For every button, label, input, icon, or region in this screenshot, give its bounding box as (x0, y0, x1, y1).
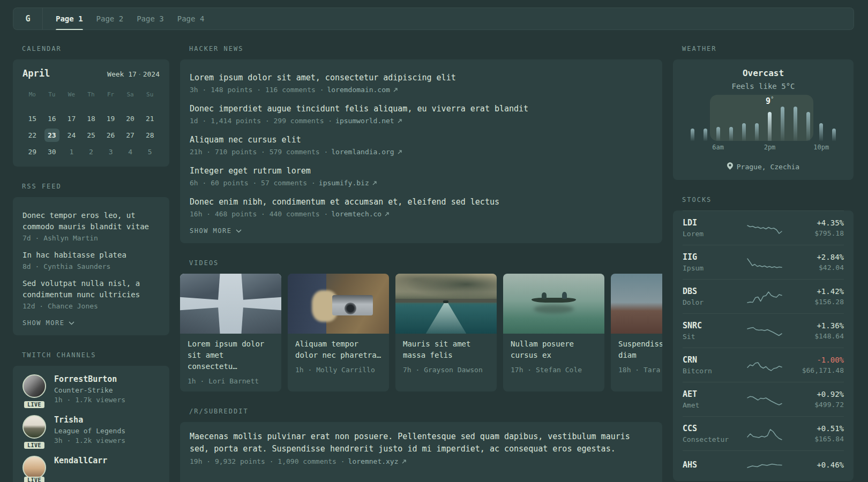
rss-item-title[interactable]: In hac habitasse platea (23, 250, 160, 261)
hackernews-section-title: HACKER NEWS (189, 45, 662, 52)
rss-card: Donec tempor eros leo, ut commodo mauris… (13, 197, 169, 335)
calendar-day: 19 (101, 110, 121, 127)
stock-values: +0.46% (797, 461, 844, 471)
twitch-channel-info: KendallCarr (54, 456, 107, 479)
calendar-day-number: 15 (25, 112, 40, 125)
video-card-body: Suspendisse diam 18h · Tara (611, 334, 662, 380)
hackernews-item-domain[interactable]: loremlandia.org (331, 148, 394, 156)
video-thumbnail[interactable] (503, 274, 604, 334)
hackernews-item-meta: 21h · 710 points · 579 comments · loreml… (190, 148, 653, 156)
twitch-channel[interactable]: LIVE Trisha League of Legends 3h · 1.2k … (23, 415, 160, 445)
calendar-day: 24 (62, 127, 81, 144)
hackernews-item-domain[interactable]: loremtech.co (331, 210, 381, 218)
page-tab[interactable]: Page 1 (56, 8, 83, 29)
video-card-body: Lorem ipsum dolor sit amet consectetu… 1… (180, 334, 281, 391)
video-title[interactable]: Suspendisse diam (618, 338, 662, 361)
stock-symbol: LDI (683, 218, 732, 228)
weather-bar-slot (789, 107, 802, 141)
subreddit-post-domain[interactable]: loremnet.xyz (348, 457, 399, 465)
rss-item-title[interactable]: Donec tempor eros leo, ut commodo mauris… (23, 210, 160, 232)
videos-section-title: VIDEOS (189, 259, 662, 267)
video-title[interactable]: Nullam posuere cursus ex (511, 338, 597, 361)
chevron-down-icon (69, 319, 74, 327)
calendar-week: Week 17·2024 (107, 70, 160, 78)
page-tab[interactable]: Page 2 (96, 8, 124, 29)
weather-bar (806, 112, 810, 141)
video-title[interactable]: Lorem ipsum dolor sit amet consectetu… (188, 338, 274, 372)
calendar-day: 27 (121, 127, 140, 144)
subreddit-post-meta: 19h · 9,932 points · 1,090 comments · lo… (190, 457, 653, 465)
stock-name: Dolor (683, 298, 732, 306)
stock-sparkline (746, 357, 783, 373)
video-card[interactable]: Nullam posuere cursus ex 17h · Stefan Co… (503, 274, 604, 391)
weather-bar (704, 129, 707, 141)
avatar[interactable] (23, 374, 46, 398)
twitch-channel[interactable]: LIVE ForrestBurton Counter-Strike 1h · 1… (23, 374, 160, 404)
subreddit-post-title[interactable]: Maecenas mollis pulvinar erat non posuer… (190, 431, 653, 455)
avatar[interactable] (23, 456, 46, 479)
stock-sparkline (746, 391, 783, 408)
app-logo[interactable]: G (13, 8, 43, 29)
page-tab-label: Page 2 (96, 14, 124, 23)
hackernews-item-title[interactable]: Integer eget rutrum lorem (190, 165, 653, 177)
rss-item[interactable]: In hac habitasse platea 8d · Cynthia Sau… (23, 250, 160, 270)
hackernews-show-more-label: SHOW MORE (190, 227, 232, 235)
hackernews-item-title[interactable]: Lorem ipsum dolor sit amet, consectetur … (190, 72, 653, 84)
dashboard-page: G Page 1 Page 2 Page 3 Page 4 (0, 0, 868, 482)
calendar-day: 21 (140, 110, 160, 127)
external-link-icon (402, 460, 406, 464)
twitch-channel-game: Counter-Strike (54, 386, 125, 394)
page-tab[interactable]: Page 3 (137, 8, 164, 29)
video-title[interactable]: Mauris sit amet massa felis (403, 338, 489, 361)
stocks-card: LDI Lorem +4.35% $795.18 (673, 210, 854, 481)
hackernews-show-more-button[interactable]: SHOW MORE (190, 227, 653, 235)
hackernews-item-domain[interactable]: loremdomain.com (327, 86, 390, 94)
hackernews-item-title[interactable]: Donec imperdiet augue tincidunt felis al… (190, 103, 653, 115)
calendar-day-number: 4 (123, 145, 138, 159)
weather-bar-slot: 10pm (815, 107, 828, 141)
hackernews-item-title[interactable]: Donec enim nibh, condimentum et accumsan… (190, 196, 653, 208)
rss-item-title[interactable]: Sed volutpat nulla nisl, a condimentum n… (23, 278, 160, 300)
video-thumbnail[interactable] (180, 274, 281, 334)
rss-section: RSS FEED Donec tempor eros leo, ut commo… (13, 183, 169, 335)
video-card[interactable]: Aliquam tempor dolor nec pharetra… 1h · … (288, 274, 389, 391)
calendar-header: April Week 17·2024 (23, 68, 160, 79)
video-thumbnail[interactable] (395, 274, 497, 334)
twitch-channel-name[interactable]: KendallCarr (54, 456, 107, 465)
stock-change: +1.36% (797, 321, 844, 330)
stock-name: Bitcorn (683, 367, 732, 375)
twitch-channel-name[interactable]: ForrestBurton (54, 374, 125, 384)
video-thumbnail[interactable] (611, 274, 662, 334)
rss-item[interactable]: Donec tempor eros leo, ut commodo mauris… (23, 210, 160, 242)
hackernews-item-title[interactable]: Aliquam nec cursus elit (190, 134, 653, 146)
calendar-days-grid: 15 16 17 18 (23, 110, 160, 160)
twitch-channel-name[interactable]: Trisha (54, 415, 125, 425)
calendar-day: 4 (121, 144, 140, 160)
video-card[interactable]: Mauris sit amet massa felis 7h · Grayson… (395, 274, 497, 391)
calendar-day: 3 (101, 144, 121, 160)
twitch-channel[interactable]: LIVE KendallCarr (23, 456, 160, 479)
calendar-weekday: Fr (101, 86, 121, 103)
rss-item[interactable]: Sed volutpat nulla nisl, a condimentum n… (23, 278, 160, 310)
video-title[interactable]: Aliquam tempor dolor nec pharetra… (295, 338, 381, 361)
hackernews-item-domain[interactable]: ipsumify.biz (319, 179, 369, 187)
video-card[interactable]: Suspendisse diam 18h · Tara (611, 274, 662, 391)
page-tab[interactable]: Page 4 (177, 8, 205, 29)
subreddit-post: Maecenas mollis pulvinar erat non posuer… (190, 431, 653, 465)
stock-identity: LDI Lorem (683, 218, 732, 238)
weather-bar-slot (802, 107, 815, 141)
hackernews-item-domain[interactable]: ipsumworld.net (335, 117, 394, 125)
subreddit-post-stats: 19h · 9,932 points · 1,090 comments · (190, 457, 345, 465)
calendar-section-title: CALENDAR (22, 45, 169, 52)
calendar-day-number: 21 (143, 112, 158, 125)
external-link-icon (398, 150, 402, 154)
stock-symbol: DBS (683, 287, 732, 296)
weather-bar-slot (699, 107, 712, 141)
weather-bars: 6am (686, 107, 841, 141)
avatar[interactable] (23, 415, 46, 439)
rss-show-more-button[interactable]: SHOW MORE (23, 319, 160, 327)
video-thumbnail[interactable] (288, 274, 389, 334)
video-card[interactable]: Lorem ipsum dolor sit amet consectetu… 1… (180, 274, 281, 391)
rss-item-meta: 7d · Ashlyn Martin (23, 234, 160, 242)
stock-change: +0.51% (797, 424, 844, 433)
